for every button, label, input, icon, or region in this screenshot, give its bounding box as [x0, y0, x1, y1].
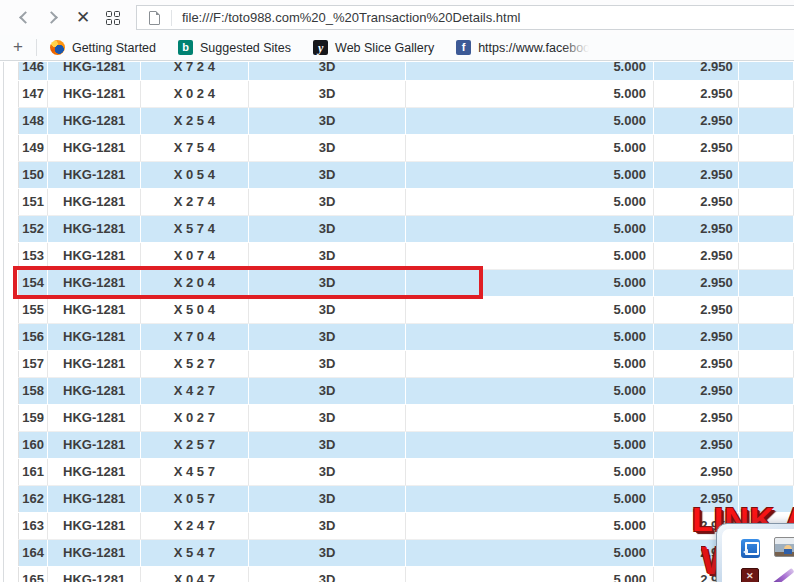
cell-no: 150	[19, 161, 48, 188]
cell-no: 161	[19, 458, 48, 485]
cell-market: HKG-1281	[48, 512, 140, 539]
cell-number: X 7 2 4	[140, 62, 248, 80]
bookmarks-bar: + Getting Started b Suggested Sites y We…	[0, 35, 794, 61]
cell-amount: 5.000	[406, 242, 654, 269]
back-icon	[19, 11, 32, 24]
cell-extra	[738, 269, 793, 296]
bookmark-getting-started[interactable]: Getting Started	[50, 40, 156, 55]
table-row: 150HKG-1281X 0 5 43D5.0002.950	[19, 161, 794, 188]
cell-odds: 2.950	[653, 134, 738, 161]
url-text[interactable]: file:///F:/toto988.com%20_%20Transaction…	[182, 10, 520, 25]
bookmark-label: https://www.faceboo	[478, 41, 590, 55]
cell-amount: 5.000	[406, 161, 654, 188]
cell-market: HKG-1281	[48, 62, 140, 80]
cell-game: 3D	[248, 539, 406, 566]
bookmark-suggested-sites[interactable]: b Suggested Sites	[178, 40, 291, 55]
cell-extra	[738, 242, 793, 269]
cell-number: X 5 4 7	[140, 539, 248, 566]
cell-number: X 0 5 7	[140, 485, 248, 512]
cell-number: X 2 0 4	[140, 269, 248, 296]
cell-amount: 5.000	[406, 350, 654, 377]
cell-odds: 2.950	[653, 161, 738, 188]
bookmark-label: Getting Started	[72, 41, 156, 55]
table-row: 147HKG-1281X 0 2 43D5.0002.950	[19, 80, 794, 107]
cell-number: X 0 7 4	[140, 242, 248, 269]
cell-no: 155	[19, 296, 48, 323]
printer-icon[interactable]	[774, 537, 794, 557]
cell-extra	[738, 80, 793, 107]
cell-number: X 0 2 4	[140, 80, 248, 107]
cell-game: 3D	[248, 431, 406, 458]
table-row: 164HKG-1281X 5 4 73D5.0002.950	[19, 539, 794, 566]
cell-game: 3D	[248, 242, 406, 269]
cell-amount: 5.000	[406, 323, 654, 350]
cell-odds: 2.950	[653, 215, 738, 242]
cell-market: HKG-1281	[48, 431, 140, 458]
cell-amount: 5.000	[406, 80, 654, 107]
table-row: 155HKG-1281X 5 0 43D5.0002.950	[19, 296, 794, 323]
bookmark-facebook[interactable]: f https://www.faceboo	[456, 40, 590, 55]
stop-button[interactable]: ✕	[68, 3, 98, 33]
forward-button[interactable]	[38, 3, 68, 33]
cell-odds: 2.950	[653, 188, 738, 215]
cell-market: HKG-1281	[48, 215, 140, 242]
table-row: 156HKG-1281X 7 0 43D5.0002.950	[19, 323, 794, 350]
cell-game: 3D	[248, 296, 406, 323]
cell-amount: 5.000	[406, 566, 654, 582]
red-app-icon[interactable]	[741, 568, 759, 582]
cell-number: X 4 2 7	[140, 377, 248, 404]
cell-odds: 2.950	[653, 323, 738, 350]
cell-extra	[738, 323, 793, 350]
window-left-border	[3, 62, 4, 582]
cell-odds: 2.950	[653, 404, 738, 431]
cell-no: 147	[19, 80, 48, 107]
cell-game: 3D	[248, 377, 406, 404]
cell-market: HKG-1281	[48, 458, 140, 485]
table-row: 152HKG-1281X 5 7 43D5.0002.950	[19, 215, 794, 242]
cell-number: X 5 7 4	[140, 215, 248, 242]
cell-odds: 2.950	[653, 269, 738, 296]
close-icon: ✕	[76, 9, 90, 26]
cell-number: X 0 5 4	[140, 161, 248, 188]
cell-no: 154	[19, 269, 48, 296]
back-button[interactable]	[8, 3, 38, 33]
table-row: 153HKG-1281X 0 7 43D5.0002.950	[19, 242, 794, 269]
table-row: 160HKG-1281X 2 5 73D5.0002.950	[19, 431, 794, 458]
cell-amount: 5.000	[406, 296, 654, 323]
tiles-button[interactable]	[98, 3, 128, 33]
translator-icon[interactable]	[741, 539, 760, 558]
table-row: 149HKG-1281X 7 5 43D5.0002.950	[19, 134, 794, 161]
cell-market: HKG-1281	[48, 296, 140, 323]
table-row: 165HKG-1281X 0 4 73D5.0002.950	[19, 566, 794, 582]
cell-amount: 5.000	[406, 404, 654, 431]
cell-game: 3D	[248, 566, 406, 582]
cell-number: X 7 0 4	[140, 323, 248, 350]
cell-no: 156	[19, 323, 48, 350]
bookmark-web-slice-gallery[interactable]: y Web Slice Gallery	[313, 40, 434, 55]
add-tab-button[interactable]: +	[13, 37, 23, 57]
address-bar[interactable]: file:///F:/toto988.com%20_%20Transaction…	[136, 5, 794, 30]
cell-extra	[738, 350, 793, 377]
cell-market: HKG-1281	[48, 566, 140, 582]
tray-flyout-panel	[722, 529, 794, 582]
address-separator	[171, 10, 172, 26]
cell-number: X 2 4 7	[140, 512, 248, 539]
pen-icon[interactable]	[766, 565, 794, 582]
cell-no: 160	[19, 431, 48, 458]
cell-game: 3D	[248, 107, 406, 134]
cell-odds: 2.950	[653, 431, 738, 458]
cell-amount: 5.000	[406, 188, 654, 215]
browser-toolbar: ✕ file:///F:/toto988.com%20_%20Transacti…	[0, 0, 794, 35]
cell-extra	[738, 188, 793, 215]
cell-game: 3D	[248, 215, 406, 242]
cell-market: HKG-1281	[48, 80, 140, 107]
transaction-table: 146HKG-1281X 7 2 43D5.0002.950147HKG-128…	[18, 62, 794, 582]
forward-icon	[45, 11, 58, 24]
cell-no: 163	[19, 512, 48, 539]
cell-amount: 5.000	[406, 377, 654, 404]
cell-game: 3D	[248, 188, 406, 215]
cell-market: HKG-1281	[48, 323, 140, 350]
table-row: 157HKG-1281X 5 2 73D5.0002.950	[19, 350, 794, 377]
cell-game: 3D	[248, 458, 406, 485]
cell-market: HKG-1281	[48, 134, 140, 161]
